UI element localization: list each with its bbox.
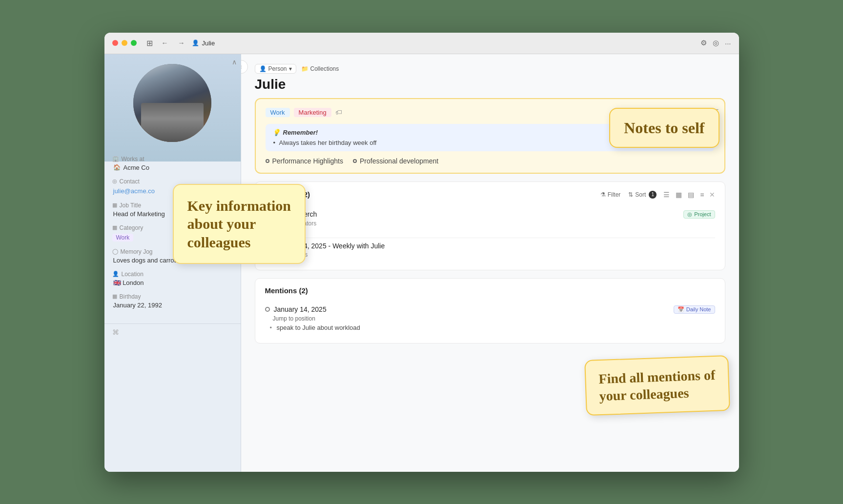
tag-marketing[interactable]: Marketing	[294, 108, 331, 117]
title-bar: ⊞ ← → 👤 Julie ⚙ ◎ ···	[104, 33, 739, 54]
daily-note-icon: 📅	[678, 306, 684, 313]
svg-rect-5	[152, 92, 193, 115]
table-view-button[interactable]: ▤	[687, 190, 695, 200]
mentions-title: Mentions (2)	[265, 286, 308, 295]
svg-point-0	[133, 64, 211, 142]
app-window: ⊞ ← → 👤 Julie ⚙ ◎ ···	[104, 33, 739, 472]
location-icon: 👤	[112, 271, 119, 277]
sort-icon: ⇅	[628, 191, 633, 198]
category-icon: ▦	[112, 224, 117, 231]
project-badge: ◎ Project	[683, 210, 715, 219]
person-name: Julie	[255, 77, 725, 92]
svg-rect-3	[148, 113, 197, 116]
daily-note-badge: 📅 Daily Note	[674, 305, 715, 314]
backlink-meta-1: 👤 Collaborators Julie	[265, 220, 715, 234]
mention-title-1: January 14, 2025	[265, 305, 327, 313]
backlinks-section: Backlinks (2) ⚗ Filter ⇅ Sort 1 ☰	[255, 181, 725, 270]
svg-point-7	[165, 73, 179, 86]
mention-bullet-1	[265, 307, 270, 312]
category-value[interactable]: Work	[112, 234, 134, 242]
mention-date-1: January 14, 2025	[274, 305, 327, 313]
svg-rect-2	[133, 108, 211, 142]
callout-info-text: Key informationabout yourcolleagues	[187, 197, 291, 252]
lightbulb-icon: 💡	[272, 129, 280, 136]
sort-count: 1	[649, 191, 657, 199]
mention-sub-1[interactable]: Jump to position	[265, 315, 715, 322]
job-title-icon: ▦	[112, 202, 117, 208]
mention-text-1: speak to Julie about workload	[265, 324, 715, 331]
backlink-meta-2: 📋 Attendees	[265, 251, 715, 258]
location-label: 👤 Location	[112, 271, 233, 278]
maximize-button[interactable]	[131, 40, 137, 46]
content-panel: ‹ 👤 Person ▾ 📁 Collections Julie	[241, 54, 739, 472]
filter-button[interactable]: ⚗ Filter	[598, 190, 623, 199]
svg-rect-1	[133, 64, 211, 142]
person-breadcrumb-icon: 👤	[192, 40, 199, 46]
svg-rect-9	[142, 110, 152, 113]
svg-point-6	[164, 78, 181, 97]
email-value[interactable]: julie@acme.co	[112, 187, 155, 195]
back-button[interactable]: ←	[159, 38, 171, 48]
profile-section: ∧	[104, 54, 241, 154]
section-performance[interactable]: Performance Highlights	[266, 157, 344, 165]
person-type-tag[interactable]: 👤 Person ▾	[255, 64, 296, 74]
list-view-button[interactable]: ☰	[662, 190, 671, 200]
person-header: 👤 Person ▾ 📁 Collections	[255, 64, 725, 74]
callout-mentions-text: Find all mentions ofyour colleagues	[598, 366, 716, 404]
callout-key-information: Key informationabout yourcolleagues	[173, 184, 306, 264]
collections-icon: 📁	[301, 65, 308, 72]
breadcrumb: 👤 Julie	[192, 40, 215, 47]
collections-tag[interactable]: 📁 Collections	[301, 65, 339, 72]
works-at-label: 🏢 Works at	[112, 156, 233, 162]
location-value: 🇬🇧 London	[112, 279, 233, 286]
more-options-icon[interactable]: ···	[725, 39, 731, 47]
backlink-item-2: January 14, 2025 - Weekly with Julie 📋 A…	[265, 238, 715, 262]
person-type-icon: 👤	[259, 65, 267, 72]
field-works-at: 🏢 Works at 🏠 Acme Co	[112, 156, 233, 171]
minimize-button[interactable]	[122, 40, 127, 46]
backlink-item: Launch Merch ◎ Project 👤 Collaborators J…	[265, 206, 715, 238]
compact-view-button[interactable]: ≡	[699, 190, 705, 200]
section-professional-dev[interactable]: Professional development	[353, 157, 438, 165]
close-button[interactable]	[112, 40, 118, 46]
section-dot-performance	[266, 159, 269, 163]
profile-collapse-button[interactable]: ∧	[232, 58, 237, 66]
field-birthday: ▦ Birthday January 22, 1992	[112, 293, 233, 309]
company-icon: 🏠	[113, 164, 121, 171]
works-at-value: 🏠 Acme Co	[112, 164, 233, 171]
sidebar-toggle-button[interactable]: ⊞	[144, 38, 155, 49]
mentions-title-row: Mentions (2)	[265, 286, 715, 295]
callout-notes-text: Notes to self	[624, 119, 704, 137]
callout-find-mentions: Find all mentions ofyour colleagues	[584, 355, 730, 415]
section-dot-professional	[353, 159, 357, 163]
wrench-icon[interactable]: ⚙	[700, 39, 707, 47]
close-backlinks-button[interactable]: ✕	[709, 191, 715, 199]
title-bar-right: ⚙ ◎ ···	[700, 39, 731, 47]
mention-item-1: January 14, 2025 📅 Daily Note Jump to po…	[265, 302, 715, 335]
forward-button[interactable]: →	[175, 38, 188, 48]
svg-rect-8	[142, 110, 152, 121]
backlinks-title-row: Backlinks (2) ⚗ Filter ⇅ Sort 1 ☰	[265, 190, 715, 200]
location-flag: 🇬🇧	[113, 279, 123, 286]
sort-button[interactable]: ⇅ Sort 1	[626, 190, 658, 200]
tag-add-icon[interactable]: 🏷	[335, 108, 342, 116]
backlink-title-row-2: January 14, 2025 - Weekly with Julie	[265, 242, 715, 250]
svg-rect-4	[150, 91, 194, 116]
filter-icon: ⚗	[600, 191, 606, 198]
circle-icon[interactable]: ◎	[713, 39, 719, 47]
keyboard-shortcut-icon: ⌘	[112, 328, 119, 336]
title-bar-actions: ⊞ ← →	[144, 38, 188, 49]
backlink-title-row-1: Launch Merch ◎ Project	[265, 210, 715, 219]
avatar-image	[133, 64, 211, 142]
avatar	[133, 64, 211, 142]
grid-view-button[interactable]: ▦	[675, 190, 683, 200]
birthday-label: ▦ Birthday	[112, 293, 233, 300]
birthday-value: January 22, 1992	[112, 302, 233, 309]
works-at-icon: 🏢	[112, 156, 119, 162]
callout-notes-to-self: Notes to self	[609, 108, 719, 148]
contact-icon: ◎	[112, 178, 117, 184]
birthday-icon: ▦	[112, 293, 117, 300]
field-location: 👤 Location 🇬🇧 London	[112, 271, 233, 286]
project-icon: ◎	[687, 211, 692, 218]
tag-work[interactable]: Work	[266, 108, 290, 117]
